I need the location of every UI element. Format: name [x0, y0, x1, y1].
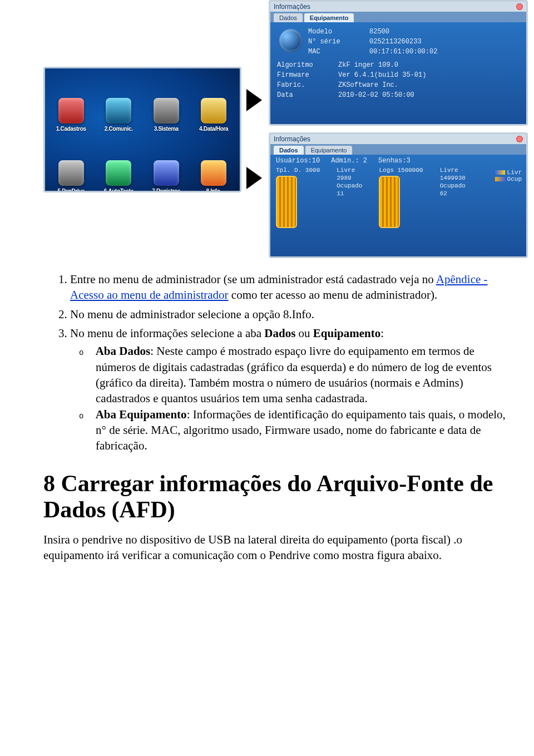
- menu-item-pendrive: 5.PenDrive: [48, 134, 94, 192]
- menu-label: 4.Data/Hora: [199, 126, 228, 132]
- legend-ocup: Ocup: [507, 176, 522, 182]
- close-icon: [516, 3, 523, 10]
- label-livre: Livre: [440, 167, 466, 174]
- arrow-right-icon: [246, 89, 262, 111]
- info-window-equipamento: Informações Dados Equipamento Modelo8250…: [269, 0, 528, 126]
- value-livre-b: 1499938: [440, 175, 466, 181]
- menu-label: 7.Registros: [152, 188, 180, 192]
- value-firmware: Ver 6.4.1(build 35-01): [338, 70, 426, 80]
- menu-item-info: 8.Info.: [191, 134, 237, 192]
- label-serial: N° série: [308, 37, 364, 47]
- document-icon: [154, 160, 179, 186]
- legend-livre: Livr: [507, 169, 522, 176]
- menu-label: 5.PenDrive: [57, 188, 85, 192]
- tab-dados: Dados: [274, 13, 303, 22]
- label-livre: Livre: [337, 167, 362, 174]
- magnifier-icon: [106, 160, 131, 186]
- usb-icon: [58, 160, 84, 186]
- value-algo: ZkF inger 109.0: [338, 60, 398, 70]
- step1-part-b: como ter acesso ao menu de administrador…: [229, 288, 438, 302]
- value-data: 2010-02-02 05:50:00: [338, 90, 414, 100]
- barrel-icon: [276, 176, 297, 228]
- value-livre-a: 2989: [337, 175, 362, 181]
- aba-dados-label: Aba Dados: [96, 344, 151, 358]
- arrow-right-icon: [246, 167, 262, 189]
- figure-composite: 1.Cadastros 2.Comunic. 3.Sistema 4.Data/…: [43, 6, 506, 261]
- stats-admin: Admin.: 2: [331, 157, 367, 165]
- info-window-dados: Informações Dados Equipamento Usuários:1…: [269, 132, 528, 258]
- menu-item-autoteste: 6.AutoTeste: [96, 134, 142, 192]
- step3-dados: Dados: [264, 327, 295, 340]
- label-algo: Algoritmo: [277, 60, 333, 70]
- paragraph-afd: Insira o pendrive no dispositivo de USB …: [43, 532, 506, 564]
- menu-item-sistema: 3.Sistema: [144, 72, 189, 132]
- barrel-icon: [379, 176, 400, 228]
- step3-ou: ou: [295, 327, 313, 340]
- label-model: Modelo: [308, 27, 364, 37]
- label-firmware: Firmware: [277, 70, 333, 80]
- menu-item-registros: 7.Registros: [144, 134, 189, 192]
- clock-icon: [201, 98, 226, 123]
- device-menu-screenshot: 1.Cadastros 2.Comunic. 3.Sistema 4.Data/…: [43, 67, 241, 192]
- step-1: Entre no menu de administrador (se um ad…: [70, 271, 506, 303]
- sub-aba-equipamento: Aba Equipamento: Informações de identifi…: [96, 407, 506, 454]
- label-ocupado: Ocupado: [440, 182, 466, 189]
- window-title: Informações: [274, 135, 310, 143]
- label-tpl: Tpl. D.: [276, 167, 301, 174]
- value-ocupado-b: 62: [440, 190, 466, 197]
- value-mac: 00:17:61:00:00:02: [369, 47, 437, 57]
- tab-equipamento: Equipamento: [305, 146, 353, 155]
- value-logs: 1500000: [397, 167, 423, 174]
- value-model: 82500: [369, 27, 389, 37]
- steps-list: Entre no menu de administrador (se um ad…: [43, 271, 506, 454]
- menu-label: 3.Sistema: [154, 126, 179, 132]
- label-data: Data: [277, 90, 333, 100]
- step3-equip: Equipamento: [313, 327, 380, 340]
- step-3: No menu de informações selecione a aba D…: [70, 325, 506, 454]
- menu-label: 6.AutoTeste: [104, 188, 134, 192]
- value-serial: 0252113260233: [369, 37, 422, 47]
- globe-icon: [279, 29, 303, 52]
- close-icon: [516, 136, 523, 142]
- section-heading-8: 8 Carregar informações do Arquivo-Fonte …: [43, 471, 506, 523]
- value-tpl: 3000: [305, 167, 320, 174]
- aba-equip-label: Aba Equipamento: [96, 408, 187, 421]
- step3-colon: :: [380, 327, 384, 340]
- label-fabricante: Fabric.: [277, 80, 333, 90]
- window-title: Informações: [274, 3, 310, 11]
- info-icon: [201, 160, 226, 186]
- menu-label: 8.Info.: [206, 188, 221, 192]
- step-2: No menu de administrador selecione a opç…: [70, 307, 506, 322]
- value-fabricante: ZKSoftware Inc.: [338, 80, 398, 90]
- stats-senhas: Senhas:3: [378, 157, 411, 165]
- step1-part-a: Entre no menu de administrador (se um ad…: [70, 273, 436, 286]
- wrench-icon: [154, 98, 179, 123]
- network-icon: [106, 98, 131, 123]
- tab-dados: Dados: [274, 146, 304, 155]
- menu-item-comunic: 2.Comunic.: [96, 72, 142, 132]
- step3-a: No menu de informações selecione a aba: [70, 327, 264, 340]
- tab-equipamento: Equipamento: [304, 13, 354, 22]
- aba-dados-text: : Neste campo é mostrado espaço livre do…: [96, 344, 492, 405]
- label-logs: Logs: [379, 167, 393, 174]
- menu-label: 2.Comunic.: [105, 126, 133, 132]
- stats-usuarios: Usuários:10: [276, 157, 320, 165]
- step2-text: No menu de administrador selecione a opç…: [70, 308, 314, 321]
- label-mac: MAC: [308, 47, 364, 57]
- legend-swatch-livre: [495, 170, 505, 175]
- legend-swatch-ocup: [495, 177, 505, 181]
- menu-label: 1.Cadastros: [56, 126, 86, 132]
- sub-aba-dados: Aba Dados: Neste campo é mostrado espaço…: [96, 343, 506, 406]
- menu-item-cadastros: 1.Cadastros: [48, 72, 94, 132]
- value-ocupado-a: 11: [337, 190, 362, 197]
- menu-item-datahora: 4.Data/Hora: [191, 72, 237, 132]
- users-icon: [58, 98, 84, 123]
- label-ocupado: Ocupado: [337, 182, 362, 189]
